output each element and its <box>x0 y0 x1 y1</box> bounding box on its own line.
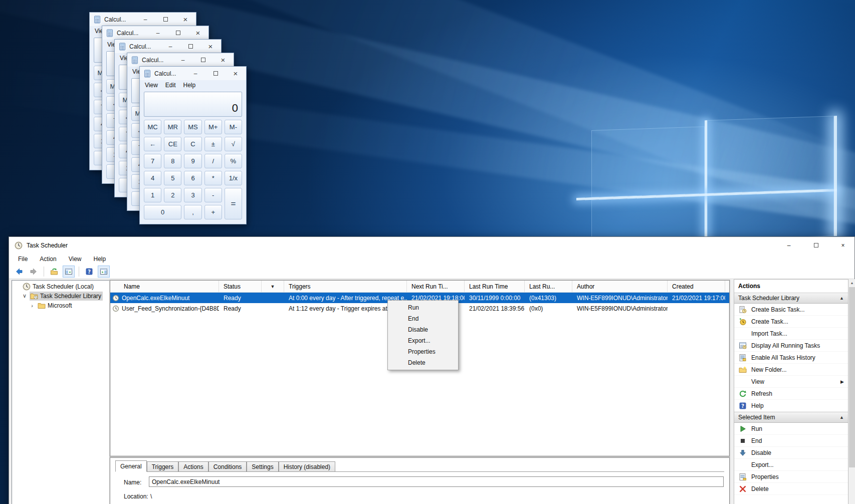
maximize-button[interactable] <box>157 14 174 25</box>
toolbar-help-button[interactable] <box>83 266 95 278</box>
close-button[interactable]: × <box>202 41 219 52</box>
calc-key-mc[interactable]: MC <box>144 120 161 134</box>
calculator-titlebar[interactable]: Calcul... – × <box>115 40 221 53</box>
calculator-titlebar[interactable]: Calcul... – × <box>90 13 196 26</box>
column-header-author[interactable]: Author <box>572 281 668 292</box>
close-button[interactable]: × <box>215 55 232 65</box>
minimize-button[interactable]: – <box>149 28 166 38</box>
calc-key-c[interactable]: C <box>184 137 201 151</box>
calc-key-[interactable]: √ <box>225 137 242 151</box>
calc-key-2[interactable]: 2 <box>164 188 181 202</box>
calc-key-7[interactable]: 7 <box>144 154 161 168</box>
calc-key-9[interactable]: 9 <box>184 154 201 168</box>
calc-key-4[interactable]: 4 <box>144 171 161 185</box>
tab-triggers[interactable]: Triggers <box>147 461 179 471</box>
column-header-name[interactable]: Name <box>110 281 219 292</box>
calc-key-[interactable]: % <box>225 154 242 168</box>
tab-actions[interactable]: Actions <box>178 461 208 471</box>
maximize-button[interactable] <box>194 55 211 65</box>
column-header-created[interactable]: Created <box>668 281 725 292</box>
calculator-titlebar[interactable]: Calcul... – × <box>127 53 234 67</box>
tab-settings[interactable]: Settings <box>247 461 278 471</box>
close-button[interactable]: × <box>227 68 244 79</box>
name-field[interactable]: OpenCalc.exeElkeMinuut <box>149 476 724 487</box>
action-create-task[interactable]: Create Task... <box>734 316 848 328</box>
calc-key-[interactable]: ± <box>204 137 222 151</box>
calc-key-8[interactable]: 8 <box>164 154 181 168</box>
context-menu-run[interactable]: Run <box>388 302 458 313</box>
tab-conditions[interactable]: Conditions <box>208 461 247 471</box>
action-new-folder[interactable]: New Folder... <box>734 364 848 376</box>
column-header-status[interactable]: Status <box>219 281 262 292</box>
context-menu-delete[interactable]: Delete <box>388 357 458 368</box>
action-help[interactable]: Help <box>734 400 848 412</box>
actions-section-task-scheduler-library[interactable]: Task Scheduler Library▲ <box>734 293 848 304</box>
scrollbar-up-icon[interactable]: ▲ <box>848 279 855 287</box>
action-disable[interactable]: Disable <box>734 447 848 459</box>
tree-expander-icon[interactable]: ∨ <box>22 293 28 299</box>
tree-item-task-scheduler-library[interactable]: ∨Task Scheduler Library <box>12 291 109 301</box>
minimize-button[interactable]: – <box>137 14 154 25</box>
calc-key-1[interactable]: 1 <box>144 188 161 202</box>
column-header-triggers[interactable]: Triggers <box>284 281 407 292</box>
action-properties[interactable]: Properties <box>734 471 848 483</box>
actions-scrollbar[interactable]: ▲ ▼ <box>848 279 855 504</box>
calculator-titlebar[interactable]: Calcul... – × <box>140 67 246 80</box>
scrollbar-thumb[interactable] <box>849 287 855 467</box>
minimize-button[interactable]: – <box>174 55 191 65</box>
calc-key-[interactable]: / <box>204 154 222 168</box>
toolbar-action-pane-toggle-button[interactable] <box>98 266 110 278</box>
toolbar-forward-button[interactable] <box>28 266 40 278</box>
calc-key-[interactable]: * <box>204 171 222 185</box>
column-header-last_run[interactable]: Last Run Time <box>465 281 525 292</box>
calc-menu-help[interactable]: Help <box>183 82 195 89</box>
calc-key-[interactable]: + <box>204 205 222 219</box>
context-menu-properties[interactable]: Properties <box>388 346 458 357</box>
calc-key-m[interactable]: M- <box>225 120 242 134</box>
menu-action[interactable]: Action <box>40 256 56 263</box>
titlebar[interactable]: Task Scheduler – × <box>9 237 854 254</box>
maximize-button[interactable] <box>207 68 224 79</box>
context-menu-export[interactable]: Export... <box>388 335 458 346</box>
action-end[interactable]: End <box>734 435 848 447</box>
calc-key-[interactable]: = <box>225 188 242 219</box>
calc-key-ms[interactable]: MS <box>184 120 201 134</box>
toolbar-export-window-button[interactable] <box>48 266 60 278</box>
calc-key-5[interactable]: 5 <box>164 171 181 185</box>
context-menu-end[interactable]: End <box>388 313 458 324</box>
action-refresh[interactable]: Refresh <box>734 388 848 400</box>
calc-menu-edit[interactable]: Edit <box>165 82 176 89</box>
action-display-all-running-tasks[interactable]: Display All Running Tasks <box>734 340 848 352</box>
maximize-button[interactable] <box>169 28 186 38</box>
menu-help[interactable]: Help <box>94 256 106 263</box>
calculator-titlebar[interactable]: Calcul... – × <box>102 26 208 40</box>
tree-item-task-scheduler-local[interactable]: Task Scheduler (Local) <box>12 282 109 291</box>
action-create-basic-task[interactable]: Create Basic Task... <box>734 304 848 316</box>
calc-key-6[interactable]: 6 <box>184 171 201 185</box>
toolbar-back-button[interactable] <box>13 266 25 278</box>
tree-expander-icon[interactable]: › <box>29 303 35 309</box>
minimize-button[interactable]: – <box>777 238 800 253</box>
close-button[interactable]: × <box>831 238 854 253</box>
minimize-button[interactable]: – <box>162 41 179 52</box>
maximize-button[interactable] <box>804 238 827 253</box>
action-view[interactable]: View▶ <box>734 376 848 388</box>
column-header-sort[interactable]: ▼ <box>262 281 284 292</box>
column-header-next_run[interactable]: Next Run Ti... <box>407 281 465 292</box>
calc-key-[interactable]: - <box>204 188 222 202</box>
actions-section-selected-item[interactable]: Selected Item▲ <box>734 412 848 423</box>
maximize-button[interactable] <box>182 41 199 52</box>
action-delete[interactable]: Delete <box>734 483 848 495</box>
toolbar-console-tree-toggle-button[interactable] <box>63 266 75 278</box>
menu-file[interactable]: File <box>18 256 28 263</box>
calc-key-m[interactable]: M+ <box>204 120 222 134</box>
action-enable-all-tasks-history[interactable]: Enable All Tasks History <box>734 352 848 364</box>
minimize-button[interactable]: – <box>187 68 204 79</box>
calc-key-mr[interactable]: MR <box>164 120 181 134</box>
tab-general[interactable]: General <box>115 460 147 472</box>
calc-key-ce[interactable]: CE <box>164 137 181 151</box>
action-import-task[interactable]: Import Task... <box>734 328 848 340</box>
calc-key-1-x[interactable]: 1/x <box>225 171 242 185</box>
tab-history-disabled[interactable]: History (disabled) <box>279 461 335 471</box>
action-run[interactable]: Run <box>734 423 848 435</box>
